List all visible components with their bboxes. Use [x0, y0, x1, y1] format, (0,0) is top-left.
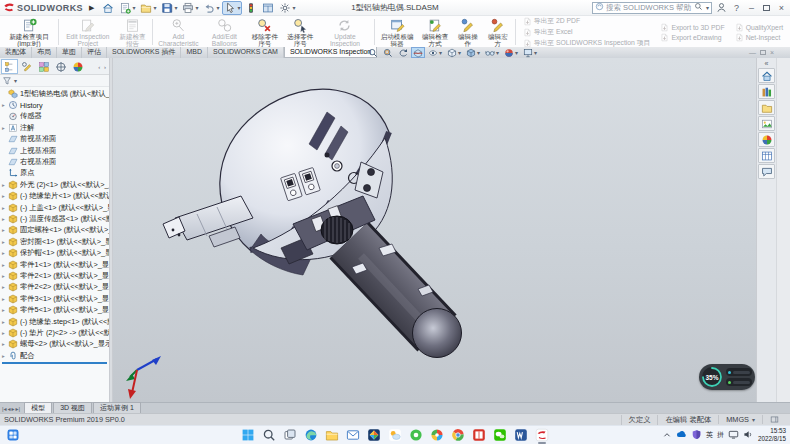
tree-item[interactable]: ▸零件5<1> (默认<<默认>_显示状态 [0, 304, 109, 315]
tab-scroll-first-icon[interactable]: |◂ [2, 405, 7, 412]
headsup-zoom-to-area-button[interactable] [381, 47, 395, 58]
taskbar-task-view-button[interactable] [282, 427, 298, 443]
qat-save-button[interactable]: ▾ [159, 1, 179, 15]
qat-display-states-button[interactable] [243, 1, 259, 15]
qat-print-button[interactable]: ▾ [180, 1, 200, 15]
headsup-zoom-fit-button[interactable] [366, 47, 380, 58]
tree-item[interactable]: ▸(-) 绝缘垫片<1> (默认<<默认>_显 [0, 191, 109, 202]
command-tab[interactable]: SOLIDWORKS Inspection [284, 47, 377, 58]
command-tab[interactable]: MBD [181, 47, 208, 58]
ribbon-button-template-editor[interactable]: 启动模板编辑器 [377, 17, 418, 47]
headsup-view-orientation-button[interactable]: ▾ [445, 47, 463, 58]
tree-item[interactable]: 右视基准面 [0, 156, 109, 167]
status-pane-toggle[interactable] [762, 415, 786, 424]
tree-item[interactable]: ▸保护帽<1> (默认<<默认>_显示状 [0, 247, 109, 258]
task-pane-tab-view-palette[interactable] [758, 116, 775, 131]
qat-open-button[interactable]: ▾ [138, 1, 158, 15]
tree-item[interactable]: ▸零件2<2> (默认<<默认>_显示状态 [0, 282, 109, 293]
model-tab[interactable]: 运动算例 1 [93, 402, 141, 413]
tab-scroll-left-icon[interactable]: ◂ [8, 405, 11, 412]
search-box[interactable]: 搜索 SOLIDWORKS 帮助 ▾ [592, 2, 712, 14]
qat-home-button[interactable] [100, 1, 116, 15]
task-pane-tab-file-explorer[interactable] [758, 100, 775, 115]
tree-item[interactable]: ▸零件3<1> (默认<<默认>_显示状态 [0, 293, 109, 304]
doc-minimize-button[interactable]: — [749, 47, 756, 58]
taskbar-search-button[interactable] [261, 427, 277, 443]
search-caret-icon[interactable]: ▾ [706, 4, 709, 11]
tree-item[interactable]: ▸History [0, 99, 109, 110]
command-tab[interactable]: 布局 [32, 47, 57, 58]
tree-item[interactable]: ▸(-) 温度传感器<1> (默认<<默认>_ [0, 213, 109, 224]
qat-window-button[interactable] [260, 1, 276, 15]
tree-item[interactable]: ▸固定螺栓<1> (默认<<默认>_显示 [0, 225, 109, 236]
ribbon-button-edit-operation[interactable]: 编辑操作 [453, 17, 483, 47]
tree-item[interactable]: ▸配合 [0, 350, 109, 361]
close-button[interactable]: × [776, 1, 787, 15]
command-tab[interactable]: SOLIDWORKS CAM [208, 47, 284, 58]
tree-item[interactable]: ▸零件1<1> (默认<<默认>_显示状态 [0, 259, 109, 270]
tree-item[interactable]: 前视基准面 [0, 134, 109, 145]
ribbon-button-new-project[interactable]: 新建检查项目 (imp:时) [2, 17, 56, 47]
tree-item[interactable]: ▸(-) 垫片 (2)<2> -> (默认<<默认>_ [0, 327, 109, 338]
tree-item[interactable]: ▸密封圈<1> (默认<<默认>_显示状 [0, 236, 109, 247]
headsup-hide-show-items-button[interactable]: ▾ [483, 47, 501, 58]
taskbar-photos-button[interactable] [366, 427, 382, 443]
filter-caret-icon[interactable]: ▾ [14, 77, 17, 84]
taskbar-dictionary-button[interactable] [471, 427, 487, 443]
tab-scroll-right-icon[interactable]: ▸ [12, 405, 15, 412]
command-tab[interactable]: 评估 [82, 47, 107, 58]
units-selector[interactable]: MMGS▾ [718, 415, 762, 424]
qat-options-button[interactable]: ▾ [277, 1, 297, 15]
headsup-view-settings-button[interactable]: ▾ [521, 47, 539, 58]
taskbar-chrome-button[interactable] [450, 427, 466, 443]
3d-model[interactable] [113, 58, 756, 402]
model-tab[interactable]: 模型 [24, 402, 52, 413]
headsup-section-view-button[interactable] [411, 47, 425, 58]
taskbar-widgets-button[interactable] [5, 427, 21, 443]
minimize-button[interactable]: – [746, 1, 757, 15]
taskbar-browser-360-button[interactable] [408, 427, 424, 443]
clock[interactable]: 15:53 2022/8/15 [758, 427, 786, 442]
task-pane-tab-pane-home[interactable] [758, 68, 775, 83]
panel-tab-configurationmanager[interactable] [35, 59, 52, 74]
command-tab[interactable]: 草图 [57, 47, 82, 58]
panel-tab-dimxpertmanager[interactable] [52, 59, 69, 74]
headsup-edit-appearance-button[interactable]: ▾ [502, 47, 520, 58]
taskbar-mail-button[interactable] [345, 427, 361, 443]
model-tab[interactable]: 3D 视图 [53, 402, 92, 413]
taskbar-start-button[interactable] [240, 427, 256, 443]
taskbar-wechat-button[interactable] [492, 427, 508, 443]
command-tab[interactable]: SOLIDWORKS 插件 [107, 47, 181, 58]
help-button[interactable]: ? [731, 1, 742, 15]
task-pane-tab-custom-properties[interactable] [758, 148, 775, 163]
task-pane-tab-design-library[interactable] [758, 84, 775, 99]
qat-undo-button[interactable]: ▾ [201, 1, 221, 15]
panel-tab-propertymanager[interactable] [18, 59, 35, 74]
doc-close-button[interactable]: × [770, 47, 774, 58]
taskbar-word-button[interactable] [513, 427, 529, 443]
panel-tab-displaymanager[interactable] [69, 59, 86, 74]
graphics-viewport[interactable]: 35% [113, 58, 756, 402]
tree-item[interactable]: ▸外壳 (2)<1> (默认<<默认>_显示状 [0, 179, 109, 190]
taskbar-explorer-button[interactable] [324, 427, 340, 443]
task-pane-tab-appearances[interactable] [758, 132, 775, 147]
headsup-annotation-views-button[interactable]: ▾ [426, 47, 444, 58]
tree-filter-row[interactable]: ▾ [0, 75, 109, 87]
qat-select-cursor-button[interactable]: ▾ [222, 1, 242, 15]
restore-button[interactable] [763, 5, 770, 11]
tree-item[interactable]: ▸(-) 上盖<1> (默认<<默认>_显示状 [0, 202, 109, 213]
tree-item[interactable]: 传感器 [0, 111, 109, 122]
ribbon-button-remove-balloons[interactable]: 移除零件序号 [247, 17, 282, 47]
widget-toggle-row[interactable] [726, 368, 752, 376]
panel-tab-arrows[interactable]: ‹ › [98, 64, 108, 70]
tree-item[interactable]: ▸(-) 绝缘垫.step<1> (默认<<默认> [0, 316, 109, 327]
ribbon-button-edit-method[interactable]: 编辑检查方式 [417, 17, 452, 47]
ime-indicator[interactable]: 英 [706, 430, 713, 440]
tree-item[interactable]: ▸注解 [0, 122, 109, 133]
taskbar-pinwheel-button[interactable] [429, 427, 445, 443]
ime-secondary-indicator[interactable]: 拼 [717, 430, 724, 440]
command-tab[interactable]: 装配体 [0, 47, 32, 58]
qat-new-document-button[interactable]: ▾ [117, 1, 137, 15]
tab-scroll-last-icon[interactable]: ▸| [16, 405, 21, 412]
tree-item[interactable]: ▸零件2<1> (默认<<默认>_显示状态 [0, 270, 109, 281]
